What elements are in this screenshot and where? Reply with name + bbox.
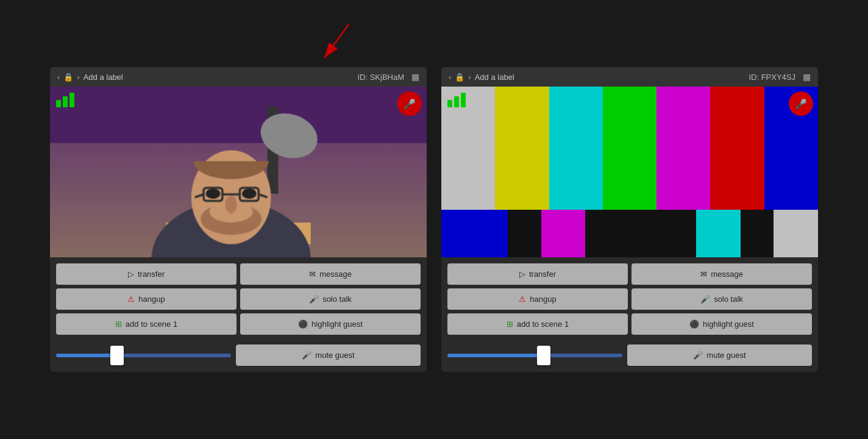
hangup-icon-2: ⚠ — [519, 294, 526, 304]
mute-icon-2: 🎤 — [693, 351, 703, 360]
highlight-icon-1: ⚫ — [298, 319, 308, 329]
color-bars-top — [441, 87, 818, 210]
transfer-btn-1[interactable]: ▷ transfer — [56, 263, 237, 285]
transfer-icon-2: ▷ — [519, 269, 525, 279]
bar-2 — [495, 87, 549, 210]
lock-icon-1: 🔒 — [63, 73, 73, 82]
signal-bar-1a — [56, 100, 61, 107]
signal-bar-2a — [447, 100, 452, 107]
slider-thumb-2[interactable] — [537, 346, 550, 365]
copy-icon-2[interactable]: ▦ — [803, 72, 811, 82]
controls-2: ▷ transfer ✉ message ⚠ hangup 🎤 solo tal… — [441, 257, 818, 341]
signal-bar-1c — [69, 93, 74, 107]
nav-back-1[interactable]: ‹ — [57, 73, 60, 82]
mic-off-icon-2: 🎤 — [795, 98, 807, 110]
message-icon-2: ✉ — [700, 269, 707, 279]
bot-bar-2 — [508, 210, 541, 257]
label-text-2[interactable]: Add a label — [475, 73, 745, 82]
color-bars-display — [441, 87, 818, 257]
signal-bar-1b — [63, 96, 68, 107]
slider-fill-1 — [56, 354, 117, 357]
color-bars-bottom — [441, 210, 818, 257]
bot-bar-1 — [441, 210, 508, 257]
bar-6 — [710, 87, 764, 210]
volume-slider-1[interactable] — [56, 354, 231, 357]
nav-forward-2[interactable]: › — [468, 73, 471, 82]
mute-guest-btn-2[interactable]: 🎤 mute guest — [627, 344, 812, 366]
message-btn-1[interactable]: ✉ message — [240, 263, 421, 285]
signal-bar-2c — [461, 93, 466, 107]
bar-3 — [549, 87, 603, 210]
solo-talk-btn-1[interactable]: 🎤 solo talk — [240, 288, 421, 310]
add-scene-icon-1: ⊞ — [115, 319, 122, 329]
controls-1: ▷ transfer ✉ message ⚠ hangup 🎤 solo tal… — [50, 257, 427, 341]
hangup-btn-2[interactable]: ⚠ hangup — [447, 288, 628, 310]
nav-back-2[interactable]: ‹ — [449, 73, 451, 82]
bot-bar-5 — [696, 210, 741, 257]
solo-talk-btn-2[interactable]: 🎤 solo talk — [631, 288, 812, 310]
bot-bar-6 — [741, 210, 774, 257]
bar-4 — [603, 87, 656, 210]
transfer-btn-2[interactable]: ▷ transfer — [447, 263, 628, 285]
highlight-guest-btn-1[interactable]: ⚫ highlight guest — [240, 313, 421, 335]
hangup-icon-1: ⚠ — [127, 294, 135, 304]
signal-bars-2 — [447, 93, 466, 107]
add-scene-icon-2: ⊞ — [507, 319, 513, 329]
video-feed-1 — [50, 87, 427, 257]
bar-5 — [656, 87, 710, 210]
slider-thumb-1[interactable] — [110, 346, 124, 365]
mic-off-icon-1: 🎤 — [404, 98, 416, 110]
video-area-2: 🎤 — [441, 87, 818, 257]
mute-guest-btn-1[interactable]: 🎤 mute guest — [236, 344, 421, 366]
svg-line-1 — [324, 24, 349, 58]
panel-header-2: ‹ 🔒 › Add a label ID: FPXY4SJ ▦ — [441, 67, 818, 87]
id-text-2: ID: FPXY4SJ — [749, 73, 795, 82]
video-area-1: 🎤 — [50, 87, 427, 257]
highlight-icon-2: ⚫ — [689, 319, 699, 329]
mic-icon-1: 🎤 — [309, 294, 319, 304]
slider-row-2: 🎤 mute guest — [441, 341, 818, 372]
message-icon-1: ✉ — [309, 269, 316, 279]
signal-bars-1 — [56, 93, 74, 107]
bot-bar-7 — [774, 210, 818, 257]
copy-icon-1[interactable]: ▦ — [411, 72, 419, 82]
mute-overlay-2[interactable]: 🎤 — [789, 91, 813, 116]
bot-bar-3 — [541, 210, 586, 257]
id-text-1: ID: SKjBHaM — [357, 73, 404, 82]
transfer-icon-1: ▷ — [128, 269, 134, 279]
add-scene-btn-2[interactable]: ⊞ add to scene 1 — [447, 313, 628, 335]
message-btn-2[interactable]: ✉ message — [631, 263, 812, 285]
slider-fill-2 — [447, 354, 544, 357]
volume-slider-2[interactable] — [447, 354, 622, 357]
nav-forward-1[interactable]: › — [77, 73, 79, 82]
signal-bar-2b — [454, 96, 459, 107]
label-text-1[interactable]: Add a label — [84, 73, 354, 82]
guest-panel-1: ‹ 🔒 › Add a label ID: SKjBHaM ▦ 🎤 ▷ tran… — [50, 67, 427, 372]
mute-overlay-1[interactable]: 🎤 — [397, 91, 422, 116]
mic-icon-2: 🎤 — [700, 294, 710, 304]
slider-row-1: 🎤 mute guest — [50, 341, 427, 372]
panel-header-1: ‹ 🔒 › Add a label ID: SKjBHaM ▦ — [50, 67, 427, 87]
highlight-guest-btn-2[interactable]: ⚫ highlight guest — [631, 313, 812, 335]
guest-panel-2: ‹ 🔒 › Add a label ID: FPXY4SJ ▦ — [441, 67, 818, 372]
bot-bar-4 — [585, 210, 696, 257]
add-scene-btn-1[interactable]: ⊞ add to scene 1 — [56, 313, 237, 335]
lock-icon-2: 🔒 — [455, 73, 464, 82]
hangup-btn-1[interactable]: ⚠ hangup — [56, 288, 237, 310]
mute-icon-1: 🎤 — [302, 351, 311, 360]
arrow-annotation — [276, 18, 397, 70]
